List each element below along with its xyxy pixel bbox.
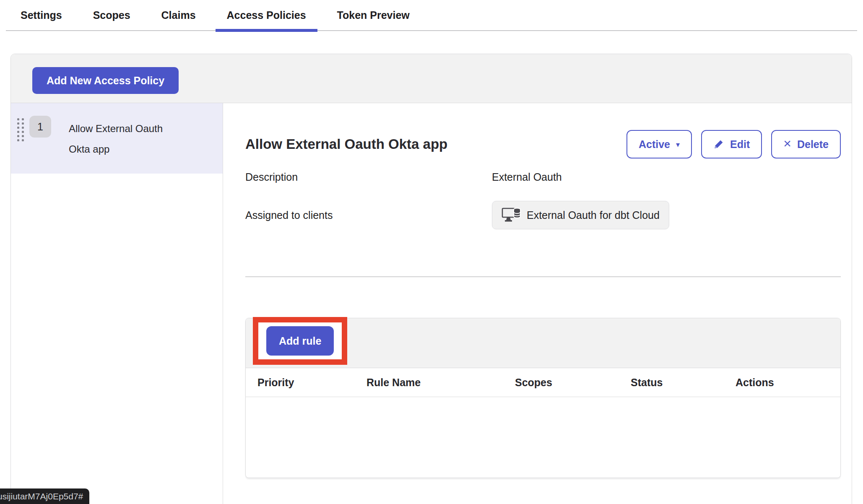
policy-list-item[interactable]: 1 Allow External Oauth Okta app — [11, 103, 223, 174]
policies-toolbar: Add New Access Policy — [11, 54, 852, 103]
policy-fields: Description External Oauth Assigned to c… — [245, 171, 841, 229]
tab-claims[interactable]: Claims — [150, 0, 207, 30]
add-new-access-policy-button[interactable]: Add New Access Policy — [32, 67, 179, 94]
policy-detail-header: Allow External Oauth Okta app Active ▾ E… — [245, 130, 841, 158]
rules-toolbar: Add rule — [246, 318, 840, 368]
chevron-down-icon: ▾ — [676, 141, 680, 148]
description-label: Description — [245, 171, 492, 183]
tab-access-policies[interactable]: Access Policies — [216, 0, 317, 30]
link-preview-tooltip: usijiutarM7Aj0Ep5d7# — [0, 488, 89, 504]
add-rule-button[interactable]: Add rule — [266, 326, 334, 356]
column-header-rule-name: Rule Name — [367, 377, 515, 389]
assigned-clients-label: Assigned to clients — [245, 209, 492, 221]
description-row: Description External Oauth — [245, 171, 841, 183]
link-preview-text: usijiutarM7Aj0Ep5d7# — [0, 491, 83, 501]
policies-body: 1 Allow External Oauth Okta app Allow Ex… — [11, 103, 852, 504]
status-label: Active — [639, 138, 670, 151]
priority-badge: 1 — [29, 116, 51, 138]
rules-table-body — [246, 397, 840, 478]
assigned-clients-row: Assigned to clients External Oauth for d… — [245, 201, 841, 229]
column-header-actions: Actions — [736, 377, 840, 389]
tab-token-preview[interactable]: Token Preview — [326, 0, 421, 30]
policy-title: Allow External Oauth Okta app — [245, 136, 447, 152]
status-dropdown-button[interactable]: Active ▾ — [626, 130, 692, 158]
drag-handle-icon[interactable] — [17, 118, 24, 141]
tab-scopes[interactable]: Scopes — [82, 0, 142, 30]
pencil-icon — [713, 139, 724, 150]
column-header-priority: Priority — [257, 377, 367, 389]
column-header-scopes: Scopes — [515, 377, 631, 389]
rules-panel: Add rule Priority Rule Name Scopes Statu… — [245, 318, 841, 478]
annotation-highlight-box: Add rule — [253, 317, 347, 365]
policy-list: 1 Allow External Oauth Okta app — [11, 103, 223, 504]
tab-settings[interactable]: Settings — [9, 0, 73, 30]
monitor-database-icon — [502, 207, 522, 223]
policy-name: Allow External Oauth Okta app — [69, 118, 179, 159]
edit-label: Edit — [730, 138, 750, 151]
column-header-status: Status — [631, 377, 736, 389]
tab-bar: Settings Scopes Claims Access Policies T… — [6, 0, 857, 31]
access-policies-panel: Add New Access Policy 1 Allow External O… — [10, 54, 852, 504]
delete-button[interactable]: × Delete — [771, 130, 841, 158]
client-chip[interactable]: External Oauth for dbt Cloud — [492, 201, 669, 229]
close-icon: × — [783, 137, 791, 150]
rules-table-header: Priority Rule Name Scopes Status Actions — [246, 368, 840, 397]
section-divider — [245, 276, 841, 277]
policy-detail: Allow External Oauth Okta app Active ▾ E… — [223, 103, 852, 504]
delete-label: Delete — [797, 138, 829, 151]
policy-actions: Active ▾ Edit × Delete — [626, 130, 841, 158]
client-chip-label: External Oauth for dbt Cloud — [527, 209, 660, 221]
description-value: External Oauth — [492, 171, 562, 183]
edit-button[interactable]: Edit — [701, 130, 762, 158]
